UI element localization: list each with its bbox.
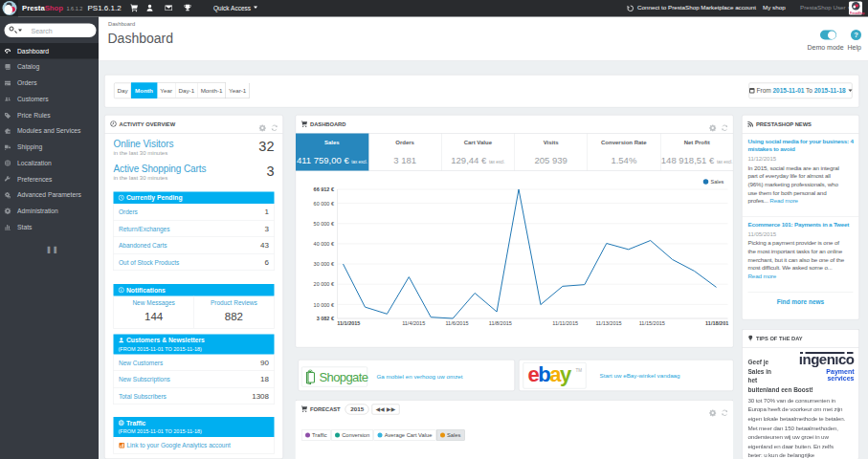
svg-text:11/6/2015: 11/6/2015 bbox=[445, 320, 468, 326]
svg-text:40 000 €: 40 000 € bbox=[314, 241, 334, 247]
svg-text:66 912 €: 66 912 € bbox=[314, 186, 334, 192]
svg-text:11/4/2015: 11/4/2015 bbox=[402, 320, 425, 326]
svg-text:Sales: Sales bbox=[711, 179, 724, 185]
svg-text:11/1/2015: 11/1/2015 bbox=[337, 320, 360, 326]
svg-text:11/18/201: 11/18/201 bbox=[705, 320, 728, 326]
svg-text:60 000 €: 60 000 € bbox=[314, 201, 334, 207]
svg-text:50 000 €: 50 000 € bbox=[314, 221, 334, 227]
svg-text:11/8/2015: 11/8/2015 bbox=[489, 320, 512, 326]
svg-text:11/15/2015: 11/15/2015 bbox=[639, 320, 665, 326]
svg-text:20 000 €: 20 000 € bbox=[314, 281, 334, 287]
svg-text:10 000 €: 10 000 € bbox=[314, 302, 334, 308]
svg-text:3 082 €: 3 082 € bbox=[317, 316, 334, 321]
svg-text:30 000 €: 30 000 € bbox=[314, 261, 334, 267]
svg-text:11/11/2015: 11/11/2015 bbox=[552, 320, 578, 326]
svg-text:11/13/2015: 11/13/2015 bbox=[595, 320, 621, 326]
